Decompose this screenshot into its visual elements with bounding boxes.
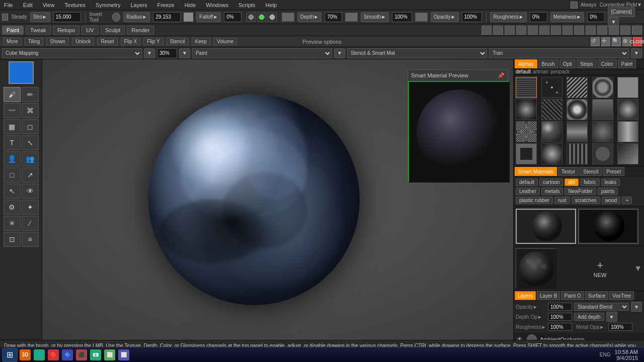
preview-more-btn[interactable]: More bbox=[3, 38, 22, 45]
depth-op-input[interactable] bbox=[548, 313, 572, 321]
mapping-value[interactable] bbox=[157, 48, 177, 58]
tab-opti[interactable]: Opti bbox=[559, 59, 576, 68]
pack-default[interactable]: default bbox=[516, 69, 531, 74]
alpha-cell-2[interactable] bbox=[567, 77, 588, 98]
opacity-btn[interactable]: Opacity► bbox=[431, 12, 459, 22]
smt-tab-preset[interactable]: Preset bbox=[603, 167, 624, 176]
filter-scratches[interactable]: scratches bbox=[572, 197, 600, 204]
roughness-ctrl-input[interactable] bbox=[548, 323, 572, 331]
alpha-cell-1[interactable] bbox=[541, 77, 562, 98]
filter-default[interactable]: default bbox=[516, 178, 538, 186]
alpha-cell-13[interactable] bbox=[592, 121, 613, 142]
preview-unlock-btn[interactable]: Unlock bbox=[72, 38, 95, 45]
alpha-cell-8[interactable] bbox=[592, 99, 613, 120]
layer-item-0[interactable]: 👁 AmbientOcclusion bbox=[514, 333, 644, 340]
nav-icon1[interactable]: ↺ bbox=[591, 37, 600, 46]
menu-edit[interactable]: Edit bbox=[21, 2, 35, 8]
mode-sculpt[interactable]: Sculpt bbox=[101, 26, 125, 35]
metalness-btn[interactable]: Metalness► bbox=[550, 12, 584, 22]
tool-wand[interactable]: ⁄ bbox=[22, 216, 39, 231]
taskbar-icon-7[interactable]: ⬜ bbox=[118, 349, 129, 360]
tool-lines[interactable]: ≡ bbox=[22, 232, 39, 247]
tab-paint-o[interactable]: Paint O bbox=[561, 291, 584, 300]
preview-flipy-btn[interactable]: Flip Y bbox=[143, 38, 163, 45]
tool-person[interactable]: 👤 bbox=[4, 151, 21, 166]
close-btn[interactable]: CLOSE bbox=[633, 37, 642, 46]
paint-select[interactable]: Paint bbox=[192, 48, 332, 58]
tab-palet[interactable]: Palet bbox=[618, 59, 636, 68]
tool-person2[interactable]: 👥 bbox=[22, 151, 39, 166]
stencil-select[interactable]: Stencil & Smart Mat bbox=[347, 48, 487, 58]
smooth-btn[interactable]: Smooth► bbox=[361, 12, 389, 22]
menu-hide[interactable]: Hide bbox=[183, 2, 198, 8]
preview-reset-btn[interactable]: Reset bbox=[97, 38, 117, 45]
filter-newfolder[interactable]: NewFolder bbox=[565, 188, 596, 195]
preview-stencil-btn[interactable]: Stencil bbox=[167, 38, 189, 45]
mat-thumb-0[interactable] bbox=[516, 209, 576, 244]
nav-icon3[interactable]: 🔍 bbox=[612, 37, 621, 46]
mode-paint[interactable]: Paint bbox=[2, 26, 24, 35]
add-depth-dropdown[interactable]: ▼ bbox=[606, 312, 617, 322]
tool-erase[interactable]: ◻ bbox=[22, 119, 39, 134]
mode-render[interactable]: Render bbox=[127, 26, 154, 35]
checkbox-always[interactable] bbox=[571, 2, 578, 9]
falloff-input[interactable] bbox=[224, 12, 242, 22]
tool-magic[interactable]: ✳ bbox=[4, 216, 21, 231]
tool-transform[interactable]: ⤡ bbox=[22, 135, 39, 150]
pack-penpack[interactable]: penpack bbox=[550, 69, 570, 74]
alpha-cell-14[interactable] bbox=[617, 121, 638, 142]
tool-crop[interactable]: ⊡ bbox=[4, 232, 21, 247]
menu-view[interactable]: View bbox=[41, 2, 57, 8]
alpha-cell-17[interactable] bbox=[567, 143, 588, 164]
menu-scripts[interactable]: Scripts bbox=[236, 2, 258, 8]
falloff-btn[interactable]: Falloff► bbox=[196, 12, 221, 22]
start-btn[interactable]: ⊞ bbox=[2, 348, 18, 362]
mode-tweak[interactable]: Tweak bbox=[26, 26, 51, 35]
taskbar-icon-2[interactable]: 🔴 bbox=[48, 349, 59, 360]
tool-gear[interactable]: ⚙ bbox=[4, 200, 21, 215]
blend-dropdown[interactable]: ▼ bbox=[631, 302, 642, 312]
expand-arrow[interactable]: ▼ bbox=[634, 264, 642, 273]
depth-btn[interactable]: Depth► bbox=[297, 12, 322, 22]
filter-metals[interactable]: metals bbox=[541, 188, 563, 195]
menu-textures[interactable]: Textures bbox=[62, 2, 88, 8]
tool-cursor[interactable]: ↖ bbox=[4, 184, 21, 199]
mapping-dropdown[interactable]: ▼ bbox=[144, 48, 155, 58]
filter-dirt[interactable]: dirt bbox=[565, 178, 579, 186]
tool-clone[interactable]: ⌘ bbox=[22, 103, 39, 118]
camera-btn[interactable]: [Camera] bbox=[608, 7, 634, 17]
tab-layers[interactable]: Layers bbox=[515, 291, 536, 300]
taskbar-icon-4[interactable]: ⬛ bbox=[76, 349, 87, 360]
tool-brush[interactable]: 🖌 bbox=[4, 87, 21, 102]
radius-input[interactable] bbox=[153, 12, 181, 22]
radius-btn[interactable]: Radius► bbox=[123, 12, 150, 22]
stroke-btn[interactable]: Stro► bbox=[30, 12, 50, 22]
alpha-cell-5[interactable] bbox=[516, 99, 537, 120]
taskbar-icon-6[interactable]: ⬜ bbox=[104, 349, 115, 360]
taskbar-3dcoat-icon[interactable]: 3D bbox=[20, 349, 31, 360]
roughness-btn[interactable]: Roughness► bbox=[490, 12, 527, 22]
mat-thumb-1[interactable] bbox=[578, 209, 638, 244]
menu-help[interactable]: Help bbox=[264, 2, 279, 8]
taskbar-icon-1[interactable]: 🌐 bbox=[34, 349, 45, 360]
mode-retopo[interactable]: Retopo bbox=[53, 26, 79, 35]
tool-smudge[interactable]: 〰 bbox=[4, 103, 21, 118]
alpha-cell-15[interactable] bbox=[516, 143, 537, 164]
tran-select[interactable]: Tran bbox=[489, 48, 629, 58]
menu-windows[interactable]: Windows bbox=[204, 2, 230, 8]
tab-brush[interactable]: Brush bbox=[538, 59, 558, 68]
tool-fill[interactable]: ▦ bbox=[4, 119, 21, 134]
alpha-cell-19[interactable] bbox=[617, 143, 638, 164]
filter-add[interactable]: + bbox=[622, 197, 632, 204]
tool-star[interactable]: ✦ bbox=[22, 200, 39, 215]
filter-leaks[interactable]: leaks bbox=[601, 178, 620, 186]
taskbar-icon-5[interactable]: 📧 bbox=[90, 349, 101, 360]
add-depth-btn[interactable]: Add depth bbox=[574, 313, 604, 321]
color-swatch[interactable] bbox=[9, 61, 34, 84]
menu-layers[interactable]: Layers bbox=[128, 2, 149, 8]
new-material-btn[interactable]: + NEW bbox=[594, 259, 607, 278]
tool-square[interactable]: □ bbox=[4, 167, 21, 183]
paint-dropdown[interactable]: ▼ bbox=[334, 48, 345, 58]
tool-eye[interactable]: 👁 bbox=[22, 184, 39, 199]
tab-color[interactable]: Color bbox=[598, 59, 617, 68]
